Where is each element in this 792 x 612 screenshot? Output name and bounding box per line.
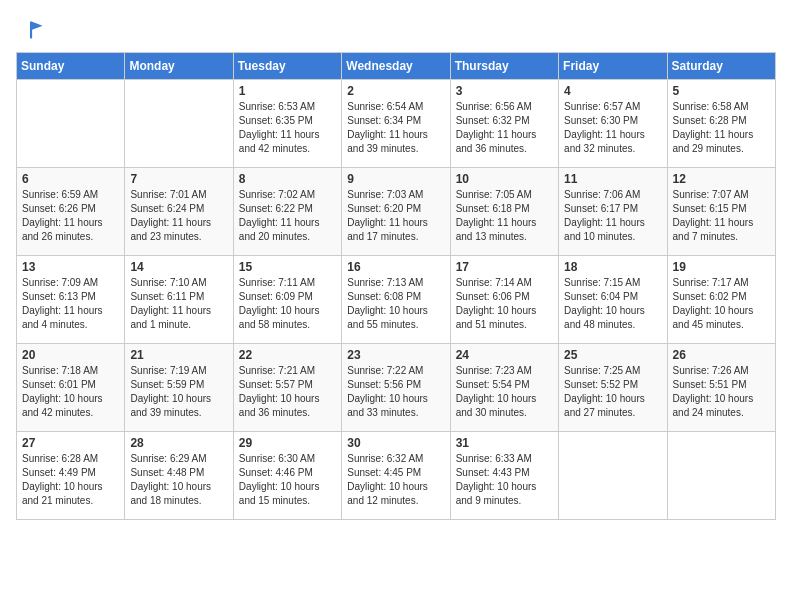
day-number: 7 [130,172,227,186]
sunrise-label: Sunrise: 6:32 AM [347,453,423,464]
calendar-cell: 13Sunrise: 7:09 AMSunset: 6:13 PMDayligh… [17,256,125,344]
daylight-label: Daylight: 11 hours and 23 minutes. [130,217,211,242]
sunrise-label: Sunrise: 7:13 AM [347,277,423,288]
daylight-label: Daylight: 10 hours and 30 minutes. [456,393,537,418]
day-info: Sunrise: 7:09 AMSunset: 6:13 PMDaylight:… [22,276,119,332]
calendar-cell: 5Sunrise: 6:58 AMSunset: 6:28 PMDaylight… [667,80,775,168]
day-number: 13 [22,260,119,274]
day-info: Sunrise: 6:32 AMSunset: 4:45 PMDaylight:… [347,452,444,508]
day-number: 24 [456,348,553,362]
calendar-cell: 10Sunrise: 7:05 AMSunset: 6:18 PMDayligh… [450,168,558,256]
sunrise-label: Sunrise: 6:29 AM [130,453,206,464]
calendar-cell [559,432,667,520]
day-info: Sunrise: 6:30 AMSunset: 4:46 PMDaylight:… [239,452,336,508]
week-row-5: 27Sunrise: 6:28 AMSunset: 4:49 PMDayligh… [17,432,776,520]
day-number: 27 [22,436,119,450]
daylight-label: Daylight: 10 hours and 36 minutes. [239,393,320,418]
sunset-label: Sunset: 6:22 PM [239,203,313,214]
day-info: Sunrise: 6:58 AMSunset: 6:28 PMDaylight:… [673,100,770,156]
day-info: Sunrise: 7:17 AMSunset: 6:02 PMDaylight:… [673,276,770,332]
calendar-cell: 3Sunrise: 6:56 AMSunset: 6:32 PMDaylight… [450,80,558,168]
week-row-4: 20Sunrise: 7:18 AMSunset: 6:01 PMDayligh… [17,344,776,432]
sunrise-label: Sunrise: 6:58 AM [673,101,749,112]
day-number: 10 [456,172,553,186]
sunrise-label: Sunrise: 7:25 AM [564,365,640,376]
day-number: 15 [239,260,336,274]
day-header-tuesday: Tuesday [233,53,341,80]
day-number: 8 [239,172,336,186]
day-info: Sunrise: 7:06 AMSunset: 6:17 PMDaylight:… [564,188,661,244]
day-info: Sunrise: 7:25 AMSunset: 5:52 PMDaylight:… [564,364,661,420]
daylight-label: Daylight: 10 hours and 9 minutes. [456,481,537,506]
sunset-label: Sunset: 6:17 PM [564,203,638,214]
sunrise-label: Sunrise: 7:26 AM [673,365,749,376]
calendar-cell: 4Sunrise: 6:57 AMSunset: 6:30 PMDaylight… [559,80,667,168]
calendar-cell: 29Sunrise: 6:30 AMSunset: 4:46 PMDayligh… [233,432,341,520]
calendar-cell: 9Sunrise: 7:03 AMSunset: 6:20 PMDaylight… [342,168,450,256]
sunset-label: Sunset: 5:56 PM [347,379,421,390]
calendar-cell: 7Sunrise: 7:01 AMSunset: 6:24 PMDaylight… [125,168,233,256]
sunset-label: Sunset: 6:26 PM [22,203,96,214]
sunrise-label: Sunrise: 7:06 AM [564,189,640,200]
daylight-label: Daylight: 11 hours and 17 minutes. [347,217,428,242]
daylight-label: Daylight: 10 hours and 42 minutes. [22,393,103,418]
day-info: Sunrise: 6:53 AMSunset: 6:35 PMDaylight:… [239,100,336,156]
day-info: Sunrise: 7:02 AMSunset: 6:22 PMDaylight:… [239,188,336,244]
calendar-cell: 17Sunrise: 7:14 AMSunset: 6:06 PMDayligh… [450,256,558,344]
daylight-label: Daylight: 10 hours and 58 minutes. [239,305,320,330]
daylight-label: Daylight: 10 hours and 51 minutes. [456,305,537,330]
calendar-cell: 31Sunrise: 6:33 AMSunset: 4:43 PMDayligh… [450,432,558,520]
day-number: 26 [673,348,770,362]
day-info: Sunrise: 6:59 AMSunset: 6:26 PMDaylight:… [22,188,119,244]
day-number: 31 [456,436,553,450]
day-number: 18 [564,260,661,274]
daylight-label: Daylight: 10 hours and 12 minutes. [347,481,428,506]
logo-icon [16,16,44,44]
day-info: Sunrise: 7:07 AMSunset: 6:15 PMDaylight:… [673,188,770,244]
calendar-cell: 25Sunrise: 7:25 AMSunset: 5:52 PMDayligh… [559,344,667,432]
sunset-label: Sunset: 6:18 PM [456,203,530,214]
daylight-label: Daylight: 11 hours and 7 minutes. [673,217,754,242]
sunrise-label: Sunrise: 7:02 AM [239,189,315,200]
sunrise-label: Sunrise: 7:22 AM [347,365,423,376]
sunrise-label: Sunrise: 7:14 AM [456,277,532,288]
daylight-label: Daylight: 11 hours and 42 minutes. [239,129,320,154]
sunrise-label: Sunrise: 7:05 AM [456,189,532,200]
day-info: Sunrise: 7:05 AMSunset: 6:18 PMDaylight:… [456,188,553,244]
day-header-monday: Monday [125,53,233,80]
daylight-label: Daylight: 10 hours and 15 minutes. [239,481,320,506]
calendar-cell: 21Sunrise: 7:19 AMSunset: 5:59 PMDayligh… [125,344,233,432]
day-number: 5 [673,84,770,98]
sunrise-label: Sunrise: 7:07 AM [673,189,749,200]
calendar-cell: 6Sunrise: 6:59 AMSunset: 6:26 PMDaylight… [17,168,125,256]
sunset-label: Sunset: 6:35 PM [239,115,313,126]
sunset-label: Sunset: 4:43 PM [456,467,530,478]
day-number: 1 [239,84,336,98]
daylight-label: Daylight: 10 hours and 27 minutes. [564,393,645,418]
calendar-cell: 8Sunrise: 7:02 AMSunset: 6:22 PMDaylight… [233,168,341,256]
daylight-label: Daylight: 10 hours and 24 minutes. [673,393,754,418]
daylight-label: Daylight: 10 hours and 45 minutes. [673,305,754,330]
sunset-label: Sunset: 5:51 PM [673,379,747,390]
daylight-label: Daylight: 10 hours and 33 minutes. [347,393,428,418]
sunrise-label: Sunrise: 6:30 AM [239,453,315,464]
calendar-cell: 16Sunrise: 7:13 AMSunset: 6:08 PMDayligh… [342,256,450,344]
day-header-saturday: Saturday [667,53,775,80]
day-number: 2 [347,84,444,98]
logo [16,16,48,44]
calendar-cell: 11Sunrise: 7:06 AMSunset: 6:17 PMDayligh… [559,168,667,256]
day-info: Sunrise: 6:28 AMSunset: 4:49 PMDaylight:… [22,452,119,508]
day-info: Sunrise: 6:29 AMSunset: 4:48 PMDaylight:… [130,452,227,508]
calendar-cell: 15Sunrise: 7:11 AMSunset: 6:09 PMDayligh… [233,256,341,344]
daylight-label: Daylight: 11 hours and 32 minutes. [564,129,645,154]
calendar-cell: 2Sunrise: 6:54 AMSunset: 6:34 PMDaylight… [342,80,450,168]
daylight-label: Daylight: 11 hours and 26 minutes. [22,217,103,242]
sunrise-label: Sunrise: 7:01 AM [130,189,206,200]
sunrise-label: Sunrise: 7:15 AM [564,277,640,288]
calendar-cell: 19Sunrise: 7:17 AMSunset: 6:02 PMDayligh… [667,256,775,344]
sunrise-label: Sunrise: 6:54 AM [347,101,423,112]
day-number: 28 [130,436,227,450]
daylight-label: Daylight: 11 hours and 13 minutes. [456,217,537,242]
day-info: Sunrise: 6:56 AMSunset: 6:32 PMDaylight:… [456,100,553,156]
day-header-friday: Friday [559,53,667,80]
